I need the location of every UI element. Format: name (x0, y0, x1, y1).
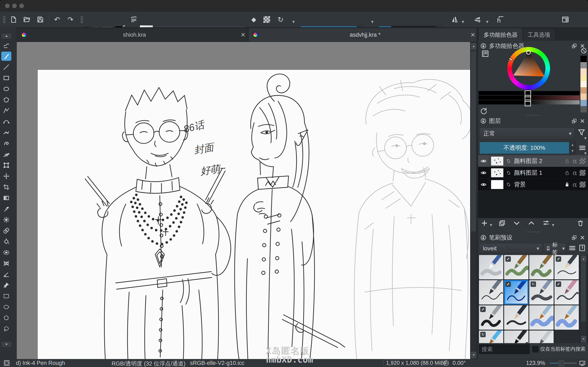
toolbox-select-ellipse-tool[interactable] (1, 302, 11, 312)
inherit-alpha-icon[interactable] (580, 182, 586, 187)
tab-shioh[interactable]: shioh.kra ✕ (17, 28, 248, 42)
mirror-horizontal-button[interactable] (472, 15, 482, 25)
toolbox-scroll-up[interactable] (1, 33, 12, 39)
brush-preset-mechanical-pencil[interactable] (479, 280, 503, 305)
document-canvas[interactable]: 86话 封面 好萌~ (38, 70, 470, 359)
inherit-alpha-icon[interactable] (580, 170, 586, 176)
tab-tool-options[interactable]: 工具选项 (522, 29, 555, 41)
mirror-vertical-button[interactable] (450, 15, 460, 25)
toolbox-colorize-mask-tool[interactable] (1, 215, 11, 224)
layer-opacity-slider[interactable]: 不透明度: 100% ▲▼ (479, 142, 576, 154)
canvas-angle-value[interactable]: 0.00° (453, 360, 466, 366)
brush-preset-pencil-silver[interactable] (529, 331, 554, 343)
toolbox-color-sampler-tool[interactable] (1, 204, 11, 214)
duplicate-layer-button[interactable] (497, 218, 507, 228)
update-shades-button[interactable] (480, 107, 488, 115)
brush-preset-watercolor-texture[interactable] (555, 305, 579, 330)
close-tab-icon[interactable]: ✕ (239, 32, 248, 38)
window-zoom-button[interactable] (19, 4, 24, 8)
color-history-swatch[interactable] (580, 100, 587, 106)
color-selector-settings-button[interactable] (481, 50, 489, 58)
layer-visibility-toggle[interactable] (478, 155, 489, 167)
redo-button[interactable]: ↷ (66, 15, 75, 25)
toolbox-reference-images-tool[interactable] (1, 281, 11, 290)
toolbox-enclose-fill-tool[interactable] (1, 248, 11, 257)
float-docker-button[interactable] (571, 117, 578, 125)
brush-search-input[interactable] (479, 344, 530, 354)
hue-ring[interactable] (507, 47, 550, 90)
alpha-lock-icon[interactable]: α (572, 157, 577, 165)
brush-preset-pen-pink[interactable] (555, 280, 579, 305)
properties-dropdown[interactable]: ▾ (552, 222, 554, 228)
toolbox-fill-tool[interactable] (1, 237, 11, 246)
layer-blend-mode-dropdown[interactable]: 正常 ▾ (479, 127, 575, 140)
inherit-alpha-icon[interactable] (580, 158, 586, 164)
panel-splitter[interactable] (476, 27, 478, 359)
layers-docker-header[interactable]: 图层 ✕ (478, 116, 588, 126)
layer-name[interactable]: 颜料图层 2 (514, 157, 564, 165)
float-docker-button[interactable] (571, 42, 578, 50)
new-document-button[interactable] (8, 15, 18, 25)
brush-preset-marker-chisel-gray[interactable] (479, 305, 503, 330)
wrap-around-button[interactable] (495, 15, 505, 25)
opacity-dropdown-arrow[interactable]: ▾ (371, 19, 373, 25)
toolbox-polygon-tool[interactable] (1, 95, 11, 104)
toolbox-select-rectangle-tool[interactable] (1, 292, 11, 301)
shade-handle[interactable] (525, 100, 531, 106)
layer-row[interactable]: 背景α (478, 179, 588, 191)
scroll-up-button[interactable] (581, 255, 587, 263)
brush-icon-size-button[interactable] (578, 244, 586, 252)
color-history-swatch[interactable] (580, 75, 587, 81)
color-history-swatch[interactable] (580, 93, 587, 100)
color-history-swatch[interactable] (580, 81, 587, 87)
canvas-rotation-button[interactable] (443, 360, 450, 366)
toolbox-bezier-curve-tool[interactable] (1, 117, 11, 126)
move-layer-up-button[interactable] (527, 218, 536, 228)
toolbox-ellipse-tool[interactable] (1, 84, 11, 93)
color-profile-label[interactable]: sRGB-elle-V2-g10.icc (190, 360, 245, 366)
eraser-mode-button[interactable]: ◆ (249, 15, 259, 25)
layer-thumbnail[interactable] (491, 168, 504, 177)
toolbox-calligraphy-tool[interactable] (1, 41, 11, 50)
tag-button[interactable]: 标签 ▾ (544, 243, 566, 254)
reload-preset-button[interactable]: ↻ (275, 15, 286, 25)
window-minimize-button[interactable] (12, 4, 17, 8)
brush-preset-flat-brush-blue[interactable]: ↻ (479, 331, 503, 343)
toolbox-assistants-tool[interactable] (1, 259, 11, 268)
scroll-up-button[interactable] (471, 43, 477, 50)
toolbox-transform-tool[interactable] (1, 161, 11, 170)
brush-grid-scrollbar[interactable] (580, 255, 586, 343)
brush-display-mode-button[interactable] (568, 244, 576, 252)
brush-preset-watercolor-round[interactable] (529, 305, 554, 330)
brush-settings-button[interactable] (129, 15, 139, 25)
mirror-vertical-dropdown[interactable]: ▾ (462, 19, 464, 25)
toolbar-drag-handle[interactable] (3, 16, 5, 23)
color-history-swatch[interactable] (580, 87, 587, 93)
save-button[interactable] (35, 15, 45, 25)
filter-dropdown-arrow[interactable]: ▾ (584, 135, 587, 141)
scroll-down-button[interactable] (581, 335, 587, 343)
brush-preset-charcoal-pencil[interactable] (504, 305, 529, 330)
toolbox-freehand-brush-tool[interactable] (1, 52, 11, 61)
brush-preset-fineliner-black[interactable] (504, 331, 529, 343)
search-scope-checkbox[interactable] (532, 346, 538, 352)
layer-lock-icon[interactable] (564, 181, 570, 188)
layer-properties-button[interactable] (541, 218, 551, 228)
zoom-slider-handle[interactable] (559, 360, 564, 367)
close-tab-icon[interactable]: ✕ (468, 32, 478, 38)
layer-lock-icon[interactable] (564, 158, 570, 164)
layer-visibility-toggle[interactable] (478, 179, 489, 190)
toolbox-multibrush-tool[interactable] (1, 150, 11, 159)
toolbox-line-tool[interactable] (1, 62, 11, 72)
toolbox-measure-tool[interactable] (1, 270, 11, 279)
brush-docker-header[interactable]: 笔刷预设 ✕ (478, 233, 588, 242)
color-history-swatch[interactable] (580, 68, 587, 75)
toolbox-dynamic-brush-tool[interactable] (1, 139, 11, 148)
brush-preset-bristle-texture-green[interactable] (529, 255, 554, 279)
close-docker-icon[interactable]: ✕ (580, 234, 585, 241)
move-layer-down-button[interactable] (512, 218, 521, 228)
toolbox-crop-tool[interactable] (1, 183, 11, 192)
layer-thumbnail[interactable] (491, 180, 504, 189)
lock-icon[interactable] (480, 234, 487, 241)
brush-tag-dropdown[interactable]: loveit ▾ (479, 243, 542, 254)
